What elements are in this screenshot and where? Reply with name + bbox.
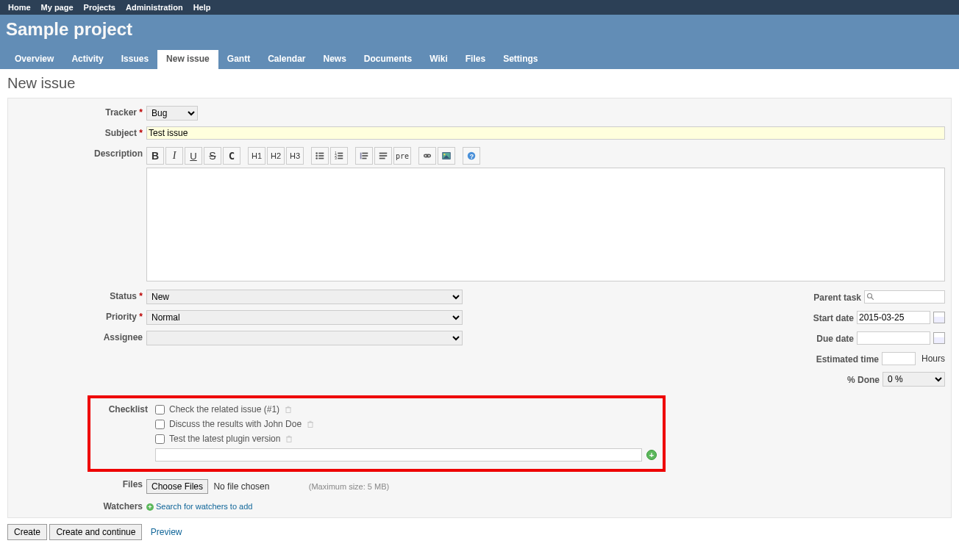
search-watchers-link[interactable]: +Search for watchers to add: [146, 502, 252, 511]
due-date-label: Due date: [483, 332, 854, 344]
checklist-new-input[interactable]: [155, 448, 642, 462]
checklist-checkbox[interactable]: [155, 420, 165, 429]
tab-settings[interactable]: Settings: [494, 50, 546, 69]
form-buttons: Preview: [7, 524, 952, 540]
start-date-input[interactable]: [857, 311, 930, 324]
svg-rect-28: [286, 408, 290, 413]
search-icon: [866, 292, 875, 301]
svg-rect-34: [287, 437, 291, 442]
top-menu-mypage[interactable]: My page: [38, 1, 77, 13]
tab-new-issue[interactable]: New issue: [157, 50, 218, 69]
toolbar-image[interactable]: [438, 147, 455, 165]
subject-input[interactable]: [146, 126, 945, 140]
svg-rect-11: [338, 158, 343, 159]
toolbar-unquote[interactable]: [374, 147, 392, 165]
wiki-toolbar: B I U S C H1 H2 H3 123: [146, 147, 945, 165]
add-checklist-icon[interactable]: +: [646, 450, 657, 460]
files-label: Files: [14, 479, 143, 489]
toolbar-quote[interactable]: [355, 147, 373, 165]
trash-icon[interactable]: [285, 434, 293, 443]
svg-rect-14: [362, 155, 368, 157]
toolbar-link[interactable]: [418, 147, 436, 165]
checklist-item-text: Discuss the results with John Doe: [169, 419, 302, 429]
svg-rect-15: [362, 158, 366, 159]
watchers-row: Watchers +Search for watchers to add: [14, 501, 945, 511]
svg-point-22: [443, 154, 445, 155]
tab-activity[interactable]: Activity: [63, 50, 112, 69]
tab-overview[interactable]: Overview: [6, 50, 63, 69]
top-menu-administration[interactable]: Administration: [122, 1, 187, 13]
estimated-time-label: Estimated time: [483, 353, 879, 365]
toolbar-h3[interactable]: H3: [286, 147, 304, 165]
status-label: Status *: [14, 290, 143, 301]
svg-rect-31: [308, 423, 313, 428]
tab-issues[interactable]: Issues: [113, 50, 157, 69]
svg-rect-9: [338, 155, 343, 157]
toolbar-h1[interactable]: H1: [248, 147, 265, 165]
tab-documents[interactable]: Documents: [355, 50, 421, 69]
svg-point-0: [315, 152, 318, 154]
assignee-select[interactable]: [146, 331, 463, 345]
priority-label: Priority *: [14, 310, 143, 322]
tab-wiki[interactable]: Wiki: [421, 50, 457, 69]
choose-files-button[interactable]: Choose Files: [146, 479, 208, 494]
description-label: Description: [14, 147, 143, 159]
tracker-select[interactable]: Bug: [146, 106, 198, 121]
toolbar-pre[interactable]: pre: [393, 147, 411, 165]
status-select[interactable]: New: [146, 290, 463, 304]
toolbar-italic[interactable]: I: [165, 147, 183, 165]
due-date-input[interactable]: [857, 331, 930, 345]
calendar-icon[interactable]: [933, 312, 945, 323]
plus-icon: +: [146, 503, 154, 511]
svg-rect-17: [379, 155, 388, 157]
top-menu-projects[interactable]: Projects: [80, 1, 119, 13]
trash-icon[interactable]: [306, 420, 315, 428]
toolbar-h2[interactable]: H2: [267, 147, 285, 165]
percent-done-select[interactable]: 0 %: [883, 372, 945, 387]
checklist-item-text: Test the latest plugin version: [169, 434, 280, 444]
svg-rect-3: [318, 155, 324, 157]
description-textarea[interactable]: [146, 168, 945, 281]
toolbar-bold[interactable]: B: [146, 147, 164, 165]
create-and-continue-button[interactable]: [49, 524, 142, 540]
create-button[interactable]: [7, 524, 47, 540]
estimated-time-input[interactable]: [882, 352, 916, 365]
checklist-checkbox[interactable]: [155, 405, 165, 414]
toolbar-ol[interactable]: 123: [330, 147, 348, 165]
watchers-label: Watchers: [14, 501, 143, 511]
tracker-label: Tracker *: [14, 106, 143, 118]
page-title: New issue: [7, 75, 952, 92]
checklist-label: Checklist: [96, 404, 148, 414]
preview-link[interactable]: Preview: [151, 527, 182, 537]
file-max-size: (Maximum size: 5 MB): [309, 482, 389, 491]
tab-files[interactable]: Files: [457, 50, 494, 69]
toolbar-strike[interactable]: S: [204, 147, 221, 165]
svg-rect-12: [360, 153, 362, 159]
parent-task-input[interactable]: [864, 290, 945, 304]
svg-rect-1: [318, 153, 324, 154]
tab-gantt[interactable]: Gantt: [218, 50, 259, 69]
toolbar-code[interactable]: C: [223, 147, 240, 165]
toolbar-help[interactable]: ?: [463, 147, 480, 165]
subject-label: Subject *: [14, 126, 143, 138]
svg-line-27: [871, 298, 874, 300]
files-row: Files Choose Files No file chosen (Maxim…: [14, 479, 945, 494]
top-menu-home[interactable]: Home: [4, 1, 35, 13]
svg-text:?: ?: [470, 153, 474, 160]
start-date-label: Start date: [483, 312, 854, 323]
checklist-checkbox[interactable]: [155, 434, 165, 444]
svg-rect-16: [379, 153, 388, 154]
hours-unit: Hours: [921, 353, 945, 364]
calendar-icon[interactable]: [933, 332, 945, 344]
trash-icon[interactable]: [284, 405, 293, 414]
priority-select[interactable]: Normal: [146, 310, 463, 325]
toolbar-ul[interactable]: [311, 147, 329, 165]
toolbar-underline[interactable]: U: [185, 147, 202, 165]
tab-calendar[interactable]: Calendar: [259, 50, 314, 69]
issue-form: Tracker * Bug Subject * Description B I …: [7, 98, 952, 518]
main-menu: Overview Activity Issues New issue Gantt…: [6, 50, 953, 69]
tab-news[interactable]: News: [315, 50, 355, 69]
percent-done-label: % Done: [483, 373, 880, 385]
top-menu-help[interactable]: Help: [190, 1, 215, 13]
top-menu: Home My page Projects Administration Hel…: [0, 0, 959, 15]
